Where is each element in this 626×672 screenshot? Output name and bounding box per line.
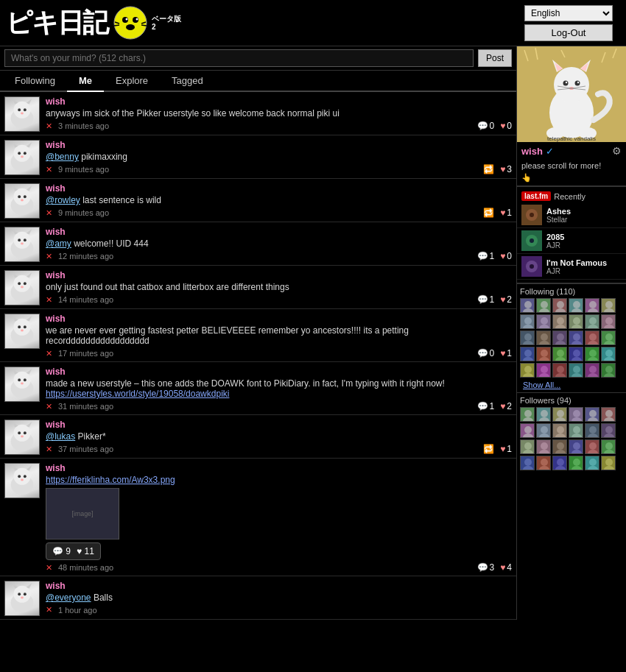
following-avatar[interactable] [536,298,551,313]
following-avatar[interactable] [520,298,535,313]
lastfm-track[interactable]: I'm Not Famous AJR [517,254,626,280]
language-select[interactable]: English 日本語 [524,5,613,21]
follower-avatar[interactable] [601,456,616,470]
follower-avatar[interactable] [552,439,567,454]
post-username[interactable]: wish [46,183,512,194]
follower-avatar[interactable] [569,407,583,422]
mention[interactable]: @benny [46,152,79,162]
following-avatar[interactable] [585,363,599,378]
delete-button[interactable]: ✕ [46,605,52,615]
following-avatar[interactable] [585,314,599,329]
following-avatar[interactable] [569,347,583,361]
delete-button[interactable]: ✕ [46,295,52,305]
post-text: @everyone Balls [46,593,512,603]
follower-avatar[interactable] [552,407,567,422]
following-avatar[interactable] [585,330,599,345]
following-avatar[interactable] [536,363,551,378]
following-avatar[interactable] [520,330,535,345]
follower-avatar[interactable] [536,407,551,422]
follower-avatar[interactable] [520,423,535,438]
following-avatar[interactable] [536,347,551,361]
following-avatar[interactable] [601,347,616,361]
tab-me[interactable]: Me [67,71,104,92]
post-username[interactable]: wish [46,581,512,591]
tab-explore[interactable]: Explore [104,71,160,92]
settings-icon[interactable]: ⚙ [612,145,622,157]
post-username[interactable]: wish [46,463,512,473]
delete-button[interactable]: ✕ [46,402,52,411]
following-avatar[interactable] [585,298,599,313]
follower-avatar[interactable] [601,439,616,454]
post-button[interactable]: Post [478,49,512,67]
post-link[interactable]: https://userstyles.world/style/19058/doa… [46,389,229,399]
follower-avatar[interactable] [585,439,599,454]
following-avatar[interactable] [569,330,583,345]
follower-avatar[interactable] [569,423,583,438]
following-avatar[interactable] [585,347,599,361]
post-username[interactable]: wish [46,367,512,377]
profile-username[interactable]: wish [521,146,543,157]
following-avatar[interactable] [536,314,551,329]
delete-button[interactable]: ✕ [46,208,52,218]
following-avatar[interactable] [569,298,583,313]
following-avatar[interactable] [520,363,535,378]
following-avatar[interactable] [552,314,567,329]
follower-avatar[interactable] [552,456,567,470]
following-avatar[interactable] [569,314,583,329]
follower-avatar[interactable] [536,423,551,438]
post-username[interactable]: wish [46,140,512,150]
follower-avatar[interactable] [569,439,583,454]
follower-avatar[interactable] [601,423,616,438]
follower-avatar[interactable] [536,456,551,470]
post-item: wish @benny pikimaxxing ✕ 9 minutes ago … [0,135,516,179]
delete-button[interactable]: ✕ [46,121,52,131]
follower-avatar[interactable] [601,407,616,422]
mention[interactable]: @lukas [46,431,75,442]
following-avatar[interactable] [552,298,567,313]
following-avatar[interactable] [569,363,583,378]
follower-avatar[interactable] [520,407,535,422]
follower-avatar[interactable] [585,407,599,422]
follower-avatar[interactable] [585,456,599,470]
follower-avatar[interactable] [536,439,551,454]
following-avatar[interactable] [601,330,616,345]
follower-avatar[interactable] [569,456,583,470]
follower-avatar[interactable] [585,423,599,438]
follower-avatar[interactable] [552,423,567,438]
lastfm-track[interactable]: Ashes Stellar [517,202,626,228]
mention[interactable]: @rowley [46,195,80,205]
follower-avatar[interactable] [520,456,535,470]
tab-following[interactable]: Following [3,71,67,92]
delete-button[interactable]: ✕ [46,252,52,261]
post-input[interactable] [4,49,474,67]
lastfm-track[interactable]: 2085 AJR [517,228,626,254]
following-avatar[interactable] [552,347,567,361]
delete-button[interactable]: ✕ [46,445,52,454]
post-username[interactable]: wish [46,96,512,107]
delete-button[interactable]: ✕ [46,563,52,573]
following-avatar[interactable] [601,314,616,329]
delete-button[interactable]: ✕ [46,165,52,174]
following-avatar[interactable] [520,347,535,361]
post-username[interactable]: wish [46,227,512,237]
following-avatar[interactable] [520,314,535,329]
following-avatar[interactable] [601,363,616,378]
following-avatar[interactable] [536,330,551,345]
tab-tagged[interactable]: Tagged [160,71,215,92]
delete-button[interactable]: ✕ [46,349,52,358]
header: ピキ日記 ベータ版 2 English 日本語 Log-Out [0,0,626,46]
post-username[interactable]: wish [46,420,512,430]
show-all-following-link[interactable]: Show All... [523,381,623,389]
post-time: 48 minutes ago [58,563,113,572]
mention[interactable]: @everyone [46,593,91,603]
post-username[interactable]: wish [46,270,512,280]
following-avatar[interactable] [552,363,567,378]
follower-avatar[interactable] [520,439,535,454]
svg-point-119 [541,301,548,308]
logout-button[interactable]: Log-Out [524,24,613,41]
following-avatar[interactable] [552,330,567,345]
mention[interactable]: @amy [46,238,71,249]
post-username[interactable]: wish [46,314,512,324]
post-link[interactable]: https://fferiklinha.com/Aw3x3.png [46,475,175,485]
following-avatar[interactable] [601,298,616,313]
